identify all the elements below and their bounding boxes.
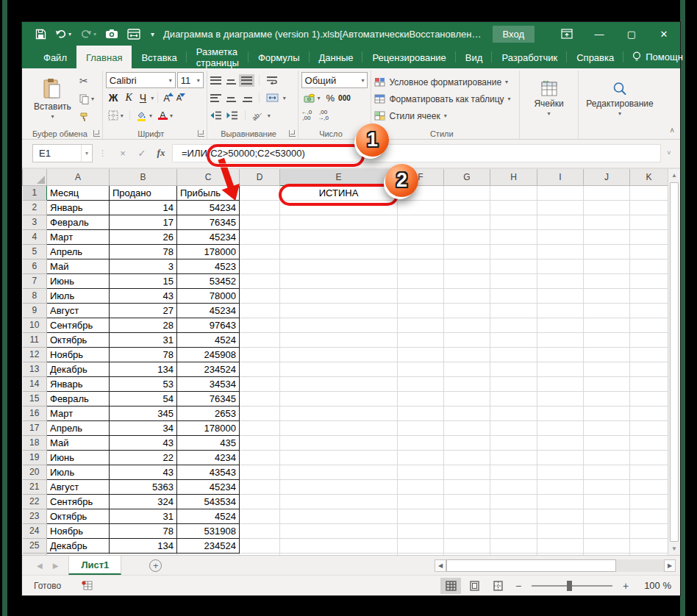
cell-J26[interactable] [584,553,630,555]
cut-button[interactable]: ✂ [77,73,96,89]
cell-J11[interactable] [584,332,630,347]
cell-K11[interactable] [630,332,668,347]
cell-G19[interactable] [444,450,490,465]
row-header-12[interactable]: 12 [23,347,47,362]
cell-F9[interactable] [398,303,444,318]
cell-G25[interactable] [444,538,490,553]
cell-G10[interactable] [444,318,490,332]
cell-A3[interactable]: Февраль [47,215,110,229]
zoom-out-button[interactable]: − [511,580,526,592]
cell-F20[interactable] [398,465,444,479]
cell-F22[interactable] [398,494,444,509]
cell-I23[interactable] [537,509,584,523]
zoom-slider-thumb[interactable] [567,581,572,591]
row-header-1[interactable]: 1 [23,185,47,200]
row-header-13[interactable]: 13 [23,362,47,376]
cell-I1[interactable] [537,185,584,200]
cell-E19[interactable] [280,450,398,465]
cell-H26[interactable] [490,553,537,555]
cell-I17[interactable] [537,420,584,435]
cell-J5[interactable] [584,244,630,259]
cell-C15[interactable]: 76345 [177,391,240,406]
cell-E16[interactable] [280,406,398,420]
cell-K17[interactable] [630,420,668,435]
zoom-in-button[interactable]: + [618,580,633,592]
normal-view-button[interactable] [440,578,461,594]
cell-D22[interactable] [240,494,280,509]
column-header-E[interactable]: E [280,169,398,185]
cell-H25[interactable] [490,538,537,553]
cell-styles-button[interactable]: Стили ячеек▾ [374,108,446,123]
cell-C14[interactable]: 34534 [177,376,240,391]
cell-E17[interactable] [280,420,398,435]
cell-A10[interactable]: Сентябрь [47,318,110,332]
cell-D15[interactable] [240,391,280,406]
merge-center-icon[interactable] [266,93,279,102]
cell-J3[interactable] [584,215,630,229]
cell-G17[interactable] [444,420,490,435]
cell-B9[interactable]: 27 [110,303,177,318]
number-format-select[interactable]: Общий▾ [301,72,368,88]
cell-A4[interactable]: Март [47,229,110,244]
cell-J9[interactable] [584,303,630,318]
page-layout-view-button[interactable] [464,578,485,594]
cell-B19[interactable]: 22 [110,450,177,465]
cell-B7[interactable]: 15 [110,273,177,288]
row-header-3[interactable]: 3 [23,215,47,229]
cell-D16[interactable] [240,406,280,420]
row-header-19[interactable]: 19 [23,450,47,465]
column-header-A[interactable]: A [47,169,110,185]
cells-button[interactable]: Ячейки ▾ [528,71,569,126]
expand-formula-bar-icon[interactable]: ˅ [661,149,677,157]
cell-J2[interactable] [584,200,630,215]
cell-I24[interactable] [537,523,584,538]
cell-G12[interactable] [444,347,490,362]
cell-C18[interactable]: 435 [177,435,240,450]
cell-I21[interactable] [537,479,584,494]
cell-B3[interactable]: 17 [110,215,177,229]
cell-E21[interactable] [280,479,398,494]
cell-H1[interactable] [490,185,537,200]
cell-A2[interactable]: Январь [47,200,110,215]
cell-D3[interactable] [240,215,280,229]
cell-I7[interactable] [537,273,584,288]
cell-D18[interactable] [240,435,280,450]
cell-B22[interactable]: 324 [110,494,177,509]
cell-G4[interactable] [444,229,490,244]
cell-C10[interactable]: 97643 [177,318,240,332]
cell-B14[interactable]: 53 [110,376,177,391]
cell-C12[interactable]: 245908 [177,347,240,362]
close-button[interactable]: ✕ [648,22,680,46]
cell-D12[interactable] [240,347,280,362]
cell-K23[interactable] [630,509,668,523]
cell-D7[interactable] [240,273,280,288]
sheet-tab-list1[interactable]: Лист1 [68,556,121,575]
vertical-scroll-thumb[interactable] [670,182,679,542]
save-button[interactable] [32,26,49,42]
cell-K4[interactable] [630,229,668,244]
cell-G15[interactable] [444,391,490,406]
cancel-entry-button[interactable]: × [113,144,132,162]
zoom-slider[interactable] [532,585,612,587]
cell-D24[interactable] [240,523,280,538]
cell-A19[interactable]: Июнь [47,450,110,465]
scroll-up-icon[interactable]: ▲ [668,169,680,182]
cell-F13[interactable] [398,362,444,376]
cell-K19[interactable] [630,450,668,465]
cell-A13[interactable]: Декабрь [47,362,110,376]
cell-H2[interactable] [490,200,537,215]
cell-F18[interactable] [398,435,444,450]
cell-J24[interactable] [584,523,630,538]
cell-G1[interactable] [444,185,490,200]
cell-K3[interactable] [630,215,668,229]
select-all-corner[interactable] [23,169,47,185]
minimize-button[interactable]: — [583,22,615,46]
cell-K14[interactable] [630,376,668,391]
cell-H21[interactable] [490,479,537,494]
cell-I4[interactable] [537,229,584,244]
cell-H13[interactable] [490,362,537,376]
cell-H9[interactable] [490,303,537,318]
cell-E26[interactable] [280,553,398,555]
column-header-J[interactable]: J [584,169,630,185]
cell-E7[interactable] [280,273,398,288]
